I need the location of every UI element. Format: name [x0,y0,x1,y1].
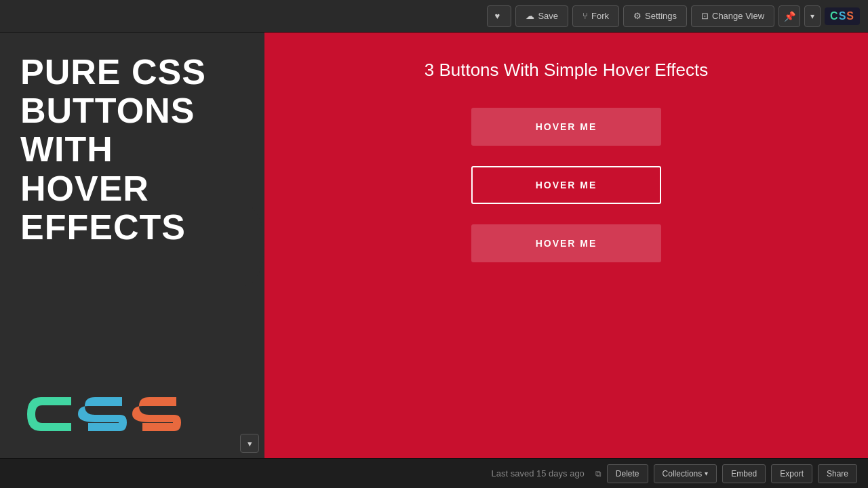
hover-button-2[interactable]: HOVER ME [471,166,661,204]
preview-title: 3 Buttons With Simple Hover Effects [425,60,709,81]
main-area: PURE CSS BUTTONS WITH HOVER EFFECTS [0,33,868,458]
title-line-1: PURE CSS [20,53,244,92]
external-link-icon: ⧉ [595,469,601,479]
hover-button-3[interactable]: HOVER ME [471,224,661,262]
last-saved-text: Last saved 15 days ago [492,468,585,479]
title-text: PURE CSS BUTTONS WITH HOVER EFFECTS [20,53,244,247]
delete-button[interactable]: Delete [607,464,648,483]
top-bar: ♥ ☁ Save ⑂ Fork ⚙ Settings ⊡ Change View… [0,0,868,33]
save-button[interactable]: ☁ Save [515,5,568,27]
hover-button-1-label: HOVER ME [536,121,597,132]
preview-panel: 3 Buttons With Simple Hover Effects HOVE… [264,33,868,458]
heart-button[interactable]: ♥ [487,5,511,27]
title-block: PURE CSS BUTTONS WITH HOVER EFFECTS [20,53,244,247]
delete-label: Delete [616,469,639,479]
left-panel-chevron-button[interactable]: ▾ [240,434,259,453]
hover-button-1[interactable]: HOVER ME [471,108,661,146]
embed-label: Embed [731,469,757,479]
settings-button[interactable]: ⚙ Settings [623,5,687,27]
title-line-4: HOVER [20,169,244,208]
embed-button[interactable]: Embed [722,464,766,483]
dropdown-caret-button[interactable]: ▾ [804,5,821,27]
bottom-bar: Last saved 15 days ago ⧉ Delete Collecti… [0,458,868,488]
collections-button[interactable]: Collections ▾ [654,464,717,483]
c-letter-icon [20,384,81,445]
share-label: Share [827,469,848,479]
chevron-down-icon: ▾ [248,439,252,449]
s2-letter-icon [129,384,190,445]
preview-buttons-container: HOVER ME HOVER ME HOVER ME [278,108,854,262]
fork-button[interactable]: ⑂ Fork [572,5,619,27]
gear-icon: ⚙ [633,11,642,21]
s1-letter-icon [75,384,136,445]
fork-icon: ⑂ [583,11,588,21]
title-line-3: WITH [20,130,244,169]
collections-caret-icon: ▾ [705,470,708,477]
hover-button-2-label: HOVER ME [536,180,597,190]
hover-button-3-label: HOVER ME [536,238,597,249]
chevron-down-icon: ▾ [810,12,814,21]
pin-icon: 📌 [784,11,795,22]
export-button[interactable]: Export [771,464,812,483]
css-logo-badge: CSS [825,7,860,25]
view-icon: ⊡ [701,11,709,21]
title-line-2: BUTTONS [20,92,244,130]
share-button[interactable]: Share [818,464,857,483]
collections-label: Collections [663,469,703,479]
cloud-icon: ☁ [526,11,534,21]
change-view-button[interactable]: ⊡ Change View [691,5,774,27]
left-panel: PURE CSS BUTTONS WITH HOVER EFFECTS [0,33,264,458]
export-label: Export [780,469,804,479]
title-line-5: EFFECTS [20,208,244,247]
heart-icon: ♥ [494,11,500,21]
css-logo-container [20,384,244,445]
pin-button[interactable]: 📌 [778,5,800,27]
